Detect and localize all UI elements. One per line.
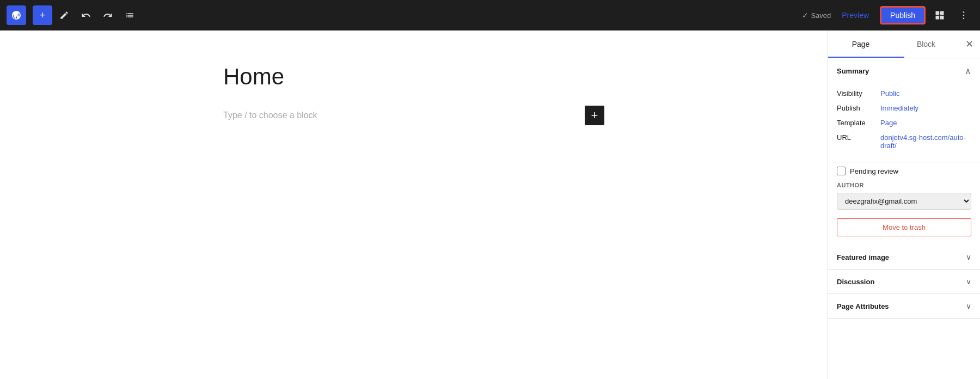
pending-review-row: Pending review: [828, 162, 980, 182]
template-row: Template Page: [837, 115, 971, 130]
svg-rect-0: [936, 11, 940, 15]
page-attributes-title: Page Attributes: [837, 302, 889, 310]
main-layout: Type / to choose a block + Page Block ✕ …: [0, 30, 980, 379]
url-row: URL donjetv4.sg-host.com/auto-draft/: [837, 130, 971, 153]
block-placeholder: Type / to choose a block +: [223, 101, 604, 130]
tab-page[interactable]: Page: [828, 30, 893, 58]
sidebar-tabs: Page Block ✕: [828, 30, 980, 58]
svg-point-4: [963, 11, 965, 13]
list-view-button[interactable]: [120, 5, 139, 25]
page-attributes-chevron-icon: ∨: [966, 302, 971, 310]
svg-rect-3: [940, 16, 944, 20]
author-section: AUTHOR deezgrafix@gmail.com: [828, 182, 980, 218]
svg-point-5: [963, 15, 965, 16]
summary-title: Summary: [837, 67, 869, 75]
discussion-title: Discussion: [837, 278, 874, 286]
editor-content: Type / to choose a block +: [223, 63, 604, 130]
undo-button[interactable]: [76, 5, 96, 25]
more-options-button[interactable]: [954, 5, 973, 25]
svg-rect-1: [940, 11, 944, 15]
publish-button[interactable]: Publish: [880, 6, 926, 25]
redo-button[interactable]: [98, 5, 118, 25]
sidebar: Page Block ✕ Summary ∧ Visibility Public…: [828, 30, 980, 379]
svg-point-6: [963, 18, 965, 20]
toolbar: + ✓ Saved Preview Publish: [0, 0, 980, 30]
publish-label: Publish: [837, 104, 880, 112]
featured-image-header[interactable]: Featured image ∨: [828, 245, 980, 269]
summary-toggle-icon: ∧: [965, 66, 971, 76]
summary-content: Visibility Public Publish Immediately Te…: [828, 84, 980, 162]
preview-button[interactable]: Preview: [835, 8, 875, 23]
template-value[interactable]: Page: [880, 119, 971, 127]
add-block-button[interactable]: +: [585, 106, 604, 125]
move-to-trash-button[interactable]: Move to trash: [837, 218, 971, 236]
visibility-label: Visibility: [837, 89, 880, 97]
featured-image-section: Featured image ∨: [828, 245, 980, 270]
summary-header[interactable]: Summary ∧: [828, 58, 980, 84]
edit-button[interactable]: [54, 5, 74, 25]
visibility-value[interactable]: Public: [880, 89, 971, 97]
discussion-section: Discussion ∨: [828, 270, 980, 294]
toolbar-right: ✓ Saved Preview Publish: [802, 5, 973, 25]
placeholder-text: Type / to choose a block: [223, 111, 317, 120]
template-label: Template: [837, 119, 880, 127]
url-label: URL: [837, 133, 880, 142]
saved-label: Saved: [811, 11, 831, 20]
featured-image-title: Featured image: [837, 253, 889, 261]
editor-area: Type / to choose a block +: [0, 30, 828, 379]
page-attributes-section: Page Attributes ∨: [828, 294, 980, 319]
url-value[interactable]: donjetv4.sg-host.com/auto-draft/: [880, 133, 971, 150]
publish-row: Publish Immediately: [837, 101, 971, 115]
author-label: AUTHOR: [837, 182, 971, 188]
page-title-input[interactable]: [223, 63, 604, 90]
svg-rect-2: [936, 16, 940, 20]
pending-review-label: Pending review: [850, 167, 898, 175]
discussion-chevron-icon: ∨: [966, 277, 971, 286]
discussion-header[interactable]: Discussion ∨: [828, 270, 980, 294]
visibility-row: Visibility Public: [837, 86, 971, 101]
publish-value[interactable]: Immediately: [880, 104, 971, 112]
featured-image-chevron-icon: ∨: [966, 253, 971, 261]
add-block-toolbar-button[interactable]: +: [33, 5, 52, 25]
saved-check-icon: ✓: [802, 11, 808, 20]
pending-review-checkbox[interactable]: [837, 167, 846, 175]
settings-button[interactable]: [930, 5, 950, 25]
author-select[interactable]: deezgrafix@gmail.com: [837, 193, 971, 210]
page-attributes-header[interactable]: Page Attributes ∨: [828, 294, 980, 318]
saved-indicator: ✓ Saved: [802, 11, 831, 20]
summary-section: Summary ∧ Visibility Public Publish Imme…: [828, 58, 980, 162]
tab-block[interactable]: Block: [893, 30, 959, 58]
close-sidebar-button[interactable]: ✕: [959, 30, 980, 58]
wp-logo[interactable]: [7, 5, 26, 25]
